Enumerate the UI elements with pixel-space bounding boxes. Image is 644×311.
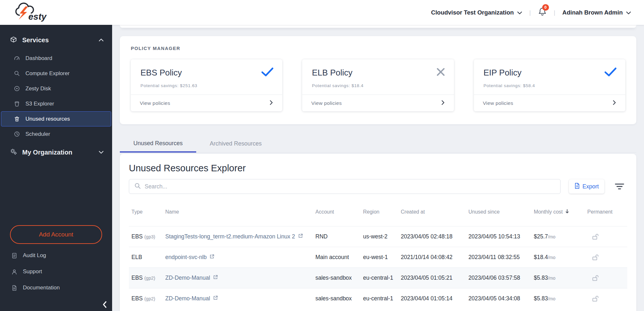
gears-icon — [10, 148, 17, 157]
resource-name-link[interactable]: ZD-Demo-Manual — [165, 275, 315, 281]
sidebar: Services Dashboard Compute Explorer Zest… — [0, 25, 112, 311]
main-content: POLICY MANAGER EBS Policy Potential savi… — [112, 25, 644, 311]
cell-created-at: 2023/04/04 01:05:14 — [401, 295, 468, 302]
column-header-account: Account — [315, 209, 363, 215]
sidebar-item-support[interactable]: Support — [0, 264, 112, 280]
sidebar-collapse-button[interactable] — [102, 301, 107, 308]
sidebar-item-s3-explorer[interactable]: S3 Explorer — [0, 96, 112, 111]
header-divider: | — [529, 9, 531, 16]
unlock-icon[interactable] — [587, 254, 627, 261]
cell-region: eu-west-1 — [363, 254, 401, 261]
unlock-icon[interactable] — [587, 295, 627, 302]
search-box — [129, 179, 561, 194]
policy-tile-elb[interactable]: ELB Policy Potential savings: $18.4 View… — [302, 59, 454, 111]
table-row[interactable]: EBS(gp2) ZD-Demo-Manual sales-sandbox eu… — [129, 288, 627, 309]
chevron-down-icon — [99, 151, 104, 154]
policy-tile-ebs[interactable]: EBS Policy Potential savings: $251.63 Vi… — [131, 59, 282, 111]
external-link-icon[interactable] — [213, 275, 218, 281]
sidebar-section-label: Services — [22, 36, 49, 44]
column-header-monthly-cost[interactable]: Monthly cost — [534, 209, 587, 215]
resource-tabs: Unused Resources Archived Resources — [120, 135, 636, 153]
unlock-icon[interactable] — [587, 274, 627, 282]
export-file-icon — [574, 183, 580, 191]
table-row[interactable]: ELB endpoint-svc-nlb Main account eu-wes… — [129, 247, 627, 267]
chevron-down-icon — [517, 9, 522, 16]
resource-name: ZD-Demo-Manual — [165, 295, 210, 302]
user-name: Adinah Brown Admin — [562, 9, 623, 16]
policy-tile-eip[interactable]: EIP Policy Potential savings: $58.4 View… — [474, 59, 625, 111]
sidebar-item-dashboard[interactable]: Dashboard — [0, 51, 112, 66]
policy-name: EBS Policy — [140, 68, 273, 78]
scrolled-card-edge — [120, 25, 636, 28]
sidebar-item-compute-explorer[interactable]: Compute Explorer — [0, 66, 112, 81]
column-header-created-at: Created at — [401, 209, 468, 215]
column-header-name: Name — [165, 209, 315, 215]
view-policies-button[interactable]: View policies — [131, 95, 282, 111]
unused-resources-explorer-card: Unused Resources Explorer Export Type Na — [120, 154, 636, 311]
policy-savings: Potential savings: $251.63 — [140, 83, 273, 88]
view-policies-label: View policies — [140, 100, 170, 106]
sidebar-section-services[interactable]: Services — [0, 29, 112, 51]
chevron-up-icon — [99, 38, 104, 42]
sidebar-item-label: Support — [23, 268, 42, 275]
resource-name: StagingTests-long_term-t2.medium-Amazon … — [165, 233, 295, 240]
tab-archived-resources[interactable]: Archived Resources — [196, 135, 275, 152]
sidebar-section-my-organization[interactable]: My Organization — [0, 142, 112, 163]
external-link-icon[interactable] — [298, 233, 303, 240]
chevron-right-icon — [612, 100, 616, 107]
document-icon — [11, 285, 18, 291]
top-header: esty Cloudvisor Test Organization | 0 | … — [0, 0, 644, 25]
column-header-type: Type — [131, 209, 165, 215]
cell-created-at: 2023/04/05 02:48:18 — [401, 233, 468, 240]
view-policies-label: View policies — [311, 100, 342, 106]
dashboard-gauge-icon — [14, 55, 20, 62]
sidebar-item-scheduler[interactable]: Scheduler — [0, 126, 112, 142]
sort-descending-icon[interactable] — [565, 209, 569, 215]
cell-monthly-cost: $18.4/mo — [534, 254, 587, 261]
external-link-icon[interactable] — [213, 295, 218, 302]
table-row[interactable]: EBS(gp3) StagingTests-long_term-t2.mediu… — [129, 226, 627, 247]
table-row[interactable]: EBS(gp2) ZD-Demo-Manual sales-sandbox eu… — [129, 267, 627, 288]
table-header: Type Name Account Region Created at Unus… — [129, 209, 627, 215]
sidebar-item-zesty-disk[interactable]: Zesty Disk — [0, 81, 112, 96]
column-header-label: Monthly cost — [534, 209, 563, 215]
cell-type: EBS(gp2) — [131, 275, 165, 281]
view-policies-button[interactable]: View policies — [302, 95, 454, 111]
search-input[interactable] — [145, 183, 555, 190]
cell-created-at: 2021/10/14 04:08:42 — [401, 254, 468, 261]
policy-savings: Potential savings: $58.4 — [484, 83, 616, 88]
sidebar-item-documentation[interactable]: Documentation — [0, 280, 112, 296]
cell-type: EBS(gp2) — [131, 295, 165, 302]
cell-created-at: 2023/04/05 01:05:21 — [401, 275, 468, 281]
user-menu[interactable]: Adinah Brown Admin — [562, 9, 631, 16]
resource-name-link[interactable]: endpoint-svc-nlb — [165, 254, 315, 261]
export-button[interactable]: Export — [569, 179, 604, 194]
unlock-icon[interactable] — [587, 233, 627, 240]
header-divider: | — [554, 9, 555, 16]
logo-text: esty — [28, 12, 47, 22]
organization-name: Cloudvisor Test Organization — [431, 9, 514, 16]
view-policies-label: View policies — [483, 100, 514, 106]
search-icon — [134, 183, 141, 190]
view-policies-button[interactable]: View policies — [474, 95, 625, 111]
page-title: Unused Resources Explorer — [129, 163, 627, 174]
organization-selector[interactable]: Cloudvisor Test Organization — [431, 9, 522, 16]
sidebar-item-label: S3 Explorer — [25, 101, 54, 107]
add-account-button[interactable]: Add Account — [10, 225, 102, 244]
resource-name-link[interactable]: ZD-Demo-Manual — [165, 295, 315, 302]
table-body: EBS(gp3) StagingTests-long_term-t2.mediu… — [129, 226, 627, 309]
sidebar-item-unused-resources[interactable]: Unused resources — [1, 111, 111, 126]
cell-monthly-cost: $25.7/mo — [534, 233, 587, 240]
filter-icon[interactable] — [614, 183, 625, 190]
external-link-icon[interactable] — [209, 254, 215, 261]
cell-type: EBS(gp3) — [131, 233, 165, 240]
resource-name: endpoint-svc-nlb — [165, 254, 207, 261]
cell-monthly-cost: $5.83/mo — [534, 295, 587, 302]
cell-unused-since: 2023/04/11 08:32:55 — [468, 254, 534, 261]
sidebar-item-audit-log[interactable]: Audit Log — [0, 247, 112, 264]
resource-name-link[interactable]: StagingTests-long_term-t2.medium-Amazon … — [165, 233, 315, 240]
zesty-logo: esty — [10, 2, 54, 23]
notifications-button[interactable]: 0 — [538, 7, 547, 18]
cell-monthly-cost: $5.83/mo — [534, 275, 587, 281]
tab-unused-resources[interactable]: Unused Resources — [120, 135, 196, 153]
